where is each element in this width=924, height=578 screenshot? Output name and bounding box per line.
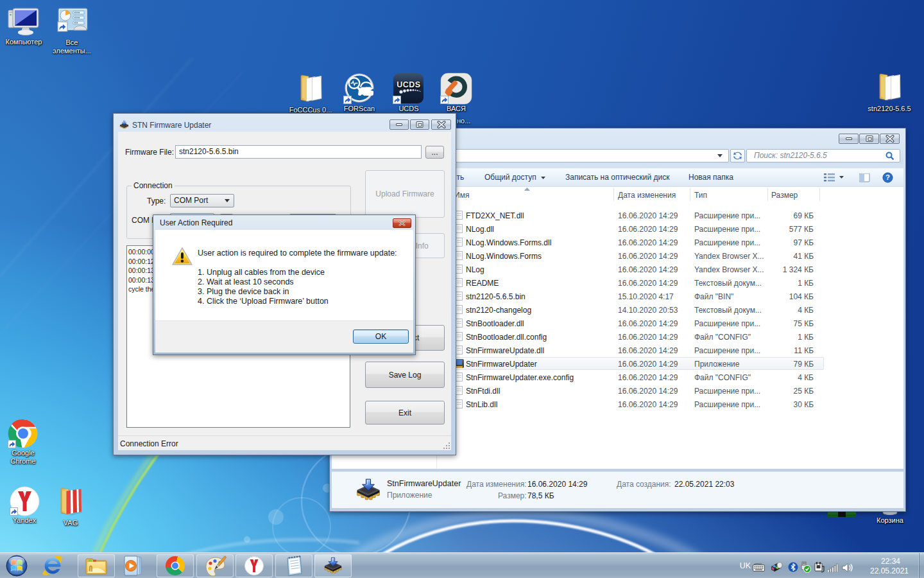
svg-text:UCDS: UCDS (397, 80, 420, 89)
svg-text:?: ? (886, 173, 890, 181)
